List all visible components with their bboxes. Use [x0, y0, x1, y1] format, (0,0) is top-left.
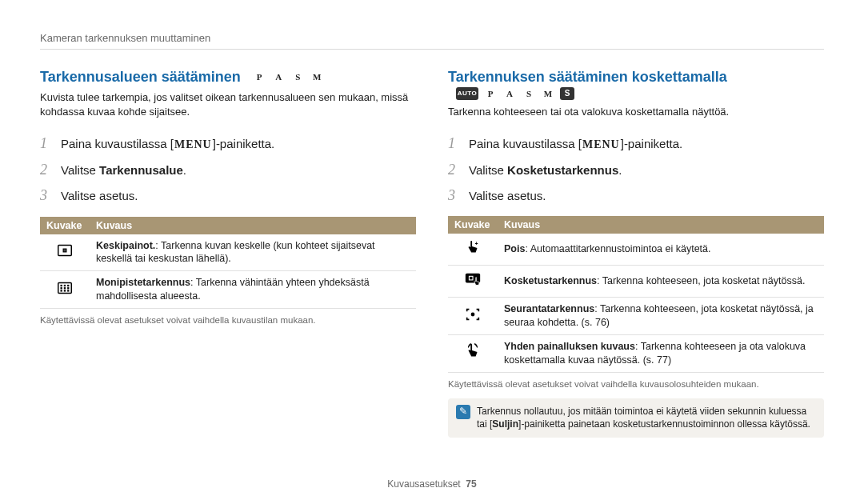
table-row: Seurantatarkennus: Tarkenna kohteeseen, … — [448, 298, 824, 335]
row-bold: Keskipainot. — [96, 240, 155, 251]
section-intro: Tarkenna kohteeseen tai ota valokuva kos… — [448, 105, 824, 119]
icon-cell — [448, 334, 498, 372]
step-text: -painiketta. — [216, 137, 274, 150]
step-text: Valitse — [469, 163, 507, 177]
mode-auto-icon: AUTO — [456, 87, 478, 100]
step-2: 2 Valitse Tarkennusalue. — [40, 157, 416, 182]
page: Kameran tarkennuksen muuttaminen Tarkenn… — [0, 0, 864, 504]
mode-sbox-icon: S — [560, 87, 574, 100]
svg-rect-10 — [67, 287, 69, 289]
tracking-af-icon — [464, 306, 482, 323]
row-bold: Kosketustarkennus — [504, 275, 597, 286]
info-callout: ✎ Tarkennus nollautuu, jos mitään toimin… — [448, 398, 824, 438]
step-bold: Tarkennusalue — [99, 163, 183, 177]
left-column: Tarkennusalueen säätäminen P A S M Kuvis… — [40, 69, 416, 438]
mode-a-icon: A — [502, 87, 517, 100]
svg-rect-7 — [67, 285, 69, 286]
info-icon: ✎ — [456, 405, 470, 419]
icon-cell — [40, 271, 90, 309]
th-desc: Kuvaus — [90, 217, 416, 234]
menu-button-label: MENU — [582, 138, 620, 150]
icon-table: Kuvake Kuvaus + Pois: Automaattitarkennu… — [448, 216, 824, 372]
section-heading-row: Tarkennuksen säätäminen koskettamalla AU… — [448, 69, 824, 100]
table-row: Yhden painalluksen kuvaus: Tarkenna koht… — [448, 334, 824, 372]
desc-cell: Kosketustarkennus: Tarkenna kohteeseen, … — [498, 266, 824, 298]
icon-cell — [448, 298, 498, 335]
th-icon: Kuvake — [448, 216, 498, 234]
mode-icons: AUTO P A S M S — [456, 87, 574, 100]
th-desc: Kuvaus — [498, 216, 824, 234]
row-bold: Pois — [504, 243, 525, 254]
step-text: Paina kuvaustilassa — [61, 137, 170, 150]
svg-rect-8 — [61, 287, 62, 289]
step-1: 1 Paina kuvaustilassa MENU-painiketta. — [40, 130, 416, 156]
mode-icons: P A S M — [252, 70, 324, 83]
row-text: : Automaattitarkennustoimintoa ei käytet… — [525, 243, 710, 254]
center-point-icon — [56, 242, 74, 259]
mode-m-icon: M — [541, 87, 555, 100]
multi-point-icon — [56, 279, 74, 297]
callout-text: Tarkennus nollautuu, jos mitään toiminto… — [477, 405, 816, 432]
desc-cell: Keskipainot.: Tarkenna kuvan keskelle (k… — [90, 234, 416, 271]
icon-table: Kuvake Kuvaus Keskipainot.: Tarkenna kuv… — [40, 217, 416, 310]
mode-s-icon: S — [522, 87, 536, 100]
touch-off-icon: + — [464, 238, 482, 256]
desc-cell: Yhden painalluksen kuvaus: Tarkenna koht… — [498, 334, 824, 372]
desc-cell: Pois: Automaattitarkennustoimintoa ei kä… — [498, 234, 824, 265]
icon-cell — [448, 266, 498, 298]
menu-button-label: MENU — [174, 138, 212, 150]
section-heading-row: Tarkennusalueen säätäminen P A S M — [40, 69, 416, 86]
mode-m-icon: M — [310, 70, 324, 83]
footer-page: 75 — [466, 478, 476, 490]
step-number: 3 — [448, 182, 461, 208]
columns: Tarkennusalueen säätäminen P A S M Kuvis… — [40, 69, 824, 438]
icon-cell — [40, 234, 90, 271]
step-1: 1 Paina kuvaustilassa MENU-painiketta. — [448, 130, 824, 156]
touch-af-icon — [464, 270, 482, 288]
step-3: 3 Valitse asetus. — [448, 182, 824, 208]
step-text: . — [618, 163, 622, 177]
step-text: . — [183, 163, 186, 177]
callout-post: -painiketta painetaan kosketustarkennust… — [521, 418, 810, 430]
row-bold: Yhden painalluksen kuvaus — [504, 341, 635, 352]
section-title: Tarkennuksen säätäminen koskettamalla — [448, 69, 727, 85]
table-row: Monipistetarkennus: Tarkenna vähintään y… — [40, 271, 416, 309]
step-number: 2 — [448, 157, 461, 182]
row-text: : Tarkenna kohteeseen, jota kosketat näy… — [597, 275, 805, 286]
page-header: Kameran tarkennuksen muuttaminen — [40, 32, 824, 50]
step-text: Valitse asetus. — [61, 185, 138, 206]
step-2: 2 Valitse Kosketustarkennus. — [448, 157, 824, 182]
step-number: 3 — [40, 182, 53, 208]
svg-point-17 — [471, 312, 475, 316]
step-3: 3 Valitse asetus. — [40, 182, 416, 208]
row-bold: Monipistetarkennus — [96, 277, 190, 288]
step-bold: Kosketustarkennus — [507, 163, 618, 177]
mode-s-icon: S — [290, 70, 305, 83]
svg-text:+: + — [475, 242, 478, 247]
step-number: 2 — [40, 157, 53, 182]
mode-a-icon: A — [271, 70, 286, 83]
steps-list: 1 Paina kuvaustilassa MENU-painiketta. 2… — [40, 130, 416, 208]
page-footer: Kuvausasetukset 75 — [0, 478, 864, 490]
table-row: Keskipainot.: Tarkenna kuvan keskelle (k… — [40, 234, 416, 271]
mode-p-icon: P — [483, 87, 498, 100]
icon-cell: + — [448, 234, 498, 265]
footer-label: Kuvausasetukset — [387, 478, 460, 490]
step-number: 1 — [40, 130, 53, 156]
svg-rect-9 — [64, 287, 66, 289]
desc-cell: Seurantatarkennus: Tarkenna kohteeseen, … — [498, 298, 824, 335]
step-text: -painiketta. — [624, 137, 682, 150]
table-row: Kosketustarkennus: Tarkenna kohteeseen, … — [448, 266, 824, 298]
right-column: Tarkennuksen säätäminen koskettamalla AU… — [448, 69, 824, 438]
section-title: Tarkennusalueen säätäminen — [40, 69, 241, 85]
step-text: Paina kuvaustilassa — [469, 137, 578, 150]
step-text: Valitse — [61, 163, 99, 177]
th-icon: Kuvake — [40, 217, 90, 234]
table-row: + Pois: Automaattitarkennustoimintoa ei … — [448, 234, 824, 265]
svg-rect-12 — [64, 290, 66, 291]
svg-rect-6 — [64, 285, 66, 286]
svg-rect-13 — [67, 290, 69, 291]
svg-rect-11 — [61, 290, 62, 291]
footnote: Käytettävissä olevat asetukset voivat va… — [448, 379, 824, 389]
one-touch-shot-icon — [464, 342, 482, 360]
